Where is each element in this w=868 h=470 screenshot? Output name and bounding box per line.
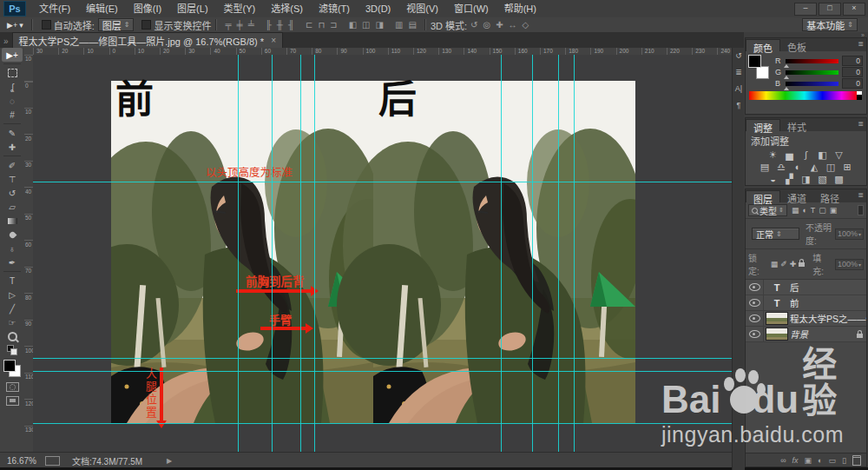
gradient-map-icon[interactable]: ▩ <box>834 174 845 184</box>
move-tool[interactable]: ▶+ <box>2 48 23 62</box>
close-button[interactable]: × <box>843 3 865 16</box>
filter-smartobject-icon[interactable]: ▣ <box>830 206 838 215</box>
crop-tool[interactable]: # <box>2 108 23 122</box>
align-right-edges-icon[interactable]: ╢ <box>288 18 294 31</box>
lock-pixels-icon[interactable]: ✐ <box>780 260 787 268</box>
menu-item[interactable]: 滤镜(T) <box>311 0 358 17</box>
filter-shape-icon[interactable]: ▢ <box>819 206 826 215</box>
character-panel-icon[interactable]: A| <box>735 84 742 93</box>
maximize-button[interactable]: □ <box>819 3 841 16</box>
layer-visibility-cell[interactable] <box>746 295 764 310</box>
tab-overflow-icon[interactable]: » <box>0 36 12 48</box>
auto-select-checkbox[interactable] <box>42 20 51 30</box>
lock-transparency-icon[interactable]: ▦ <box>771 260 779 268</box>
slider-thumb[interactable] <box>784 76 789 79</box>
channel-value-field[interactable]: 0 <box>842 56 863 66</box>
tab-layers-1[interactable]: 通道 <box>780 190 813 202</box>
menu-item[interactable]: 选择(S) <box>263 0 311 17</box>
align-horizontal-centers-icon[interactable]: ╫ <box>277 18 283 31</box>
filter-pixel-icon[interactable]: ▦ <box>792 206 799 215</box>
menu-item[interactable]: 编辑(E) <box>78 0 126 17</box>
blur-tool[interactable] <box>2 228 23 242</box>
layer-visibility-cell[interactable] <box>746 311 764 326</box>
distribute-bottom-edges-icon[interactable]: ⊐ <box>330 18 337 31</box>
opacity-value[interactable]: 100%▾ <box>835 228 864 240</box>
history-brush-tool[interactable]: ↺ <box>2 186 23 200</box>
channel-value-field[interactable]: 0 <box>842 78 863 89</box>
gradient-tool[interactable] <box>2 214 23 228</box>
pen-tool[interactable]: ✒ <box>2 255 23 269</box>
current-tool-icon[interactable]: ▶+▾ <box>0 21 27 30</box>
distribute-vertical-centers-icon[interactable]: ⊓ <box>318 18 325 31</box>
channel-slider[interactable] <box>786 59 838 63</box>
threshold-icon[interactable]: ◨ <box>801 174 812 184</box>
eye-icon[interactable] <box>749 283 760 291</box>
align-top-edges-icon[interactable]: ╤ <box>225 18 231 31</box>
layer-row[interactable]: T后 <box>746 280 866 295</box>
curves-icon[interactable]: ∫ <box>801 149 812 160</box>
posterize-icon[interactable]: ▞ <box>785 174 795 184</box>
new-adjustment-icon[interactable]: ◐ <box>818 456 822 465</box>
hand-tool[interactable]: ☞ <box>2 315 23 329</box>
layer-row[interactable]: 背景 <box>746 327 866 342</box>
align-vertical-centers-icon[interactable]: ╪ <box>237 18 243 31</box>
auto-align-layers-icon[interactable]: ▥ <box>395 18 403 31</box>
panel-menu-icon[interactable]: ≣ <box>858 120 864 128</box>
eye-icon[interactable] <box>749 314 760 322</box>
channel-mixer-icon[interactable]: ◫ <box>825 162 836 172</box>
tab-layers-2[interactable]: 路径 <box>813 190 846 202</box>
menu-item[interactable]: 类型(Y) <box>216 0 264 17</box>
3d-roll-icon[interactable]: ◎ <box>483 18 490 31</box>
menu-item[interactable]: 视图(V) <box>398 0 446 17</box>
selective-color-icon[interactable]: ▧ <box>818 174 828 184</box>
color-swatches[interactable] <box>3 360 21 377</box>
status-expand-icon[interactable]: ▶ <box>167 457 172 465</box>
marquee-tool[interactable] <box>2 66 23 80</box>
fill-value[interactable]: 100%▾ <box>835 259 864 270</box>
align-left-edges-icon[interactable]: ╟ <box>266 18 272 31</box>
tab-adjustments-0[interactable]: 调整 <box>746 119 780 131</box>
history-panel-icon[interactable]: ↺ <box>735 51 742 60</box>
eyedropper-tool[interactable]: ✎ <box>2 126 23 140</box>
eraser-tool[interactable]: ▱ <box>2 200 23 214</box>
link-layers-icon[interactable]: ∞ <box>780 456 786 465</box>
channel-slider[interactable] <box>786 70 838 75</box>
layer-row[interactable]: 程太大学PS之——修图... <box>746 311 866 327</box>
align-bottom-edges-icon[interactable]: ╧ <box>248 18 254 31</box>
zoom-tool[interactable] <box>2 329 23 343</box>
new-group-icon[interactable]: ▭ <box>829 456 837 465</box>
filter-adjustment-icon[interactable]: ◐ <box>802 206 806 215</box>
menu-item[interactable]: 文件(F) <box>31 0 78 17</box>
channel-slider[interactable] <box>786 82 838 86</box>
healing-tool[interactable]: ✚ <box>2 140 23 154</box>
dodge-tool[interactable]: ♁ <box>2 242 23 255</box>
distribute-left-edges-icon[interactable]: ◧ <box>349 18 357 31</box>
auto-blend-layers-icon[interactable]: ▤ <box>408 18 416 31</box>
3d-slide-icon[interactable]: ↔ <box>509 18 517 31</box>
stamp-tool[interactable]: ⊤ <box>2 172 23 186</box>
channel-value-field[interactable]: 0 <box>842 67 863 77</box>
tab-layers-0[interactable]: 图层 <box>746 190 780 202</box>
hue-saturation-icon[interactable]: ▤ <box>760 162 770 172</box>
photo-filter-icon[interactable]: ◭ <box>809 162 819 172</box>
panel-menu-icon[interactable]: ≣ <box>858 191 864 199</box>
distribute-right-edges-icon[interactable]: ◨ <box>376 18 384 31</box>
3d-scale-icon[interactable]: ◇ <box>523 18 529 31</box>
invert-icon[interactable]: ◒ <box>768 174 779 184</box>
menu-item[interactable]: 窗口(W) <box>446 0 496 17</box>
paragraph-panel-icon[interactable]: ¶ <box>737 101 741 109</box>
menu-item[interactable]: 图层(L) <box>169 0 215 17</box>
menu-item[interactable]: 3D(D) <box>358 0 398 17</box>
swap-colors-icon[interactable] <box>2 343 23 357</box>
path-select-tool[interactable]: ▷ <box>2 288 23 301</box>
zoom-level-field[interactable]: 16.67% <box>7 456 36 466</box>
menu-item[interactable]: 帮助(H) <box>496 0 544 17</box>
layer-filter-dropdown[interactable]: 类型 ⇕ <box>748 204 787 216</box>
color-balance-icon[interactable]: ♎ <box>776 162 786 172</box>
layer-row[interactable]: T前 <box>746 295 866 311</box>
add-mask-icon[interactable]: ▣ <box>805 456 812 465</box>
auto-select-dropdown[interactable]: 图层⇕ <box>98 18 135 31</box>
black-swatch[interactable] <box>857 95 862 100</box>
slider-thumb[interactable] <box>784 64 789 68</box>
menu-item[interactable]: 图像(I) <box>126 0 169 17</box>
